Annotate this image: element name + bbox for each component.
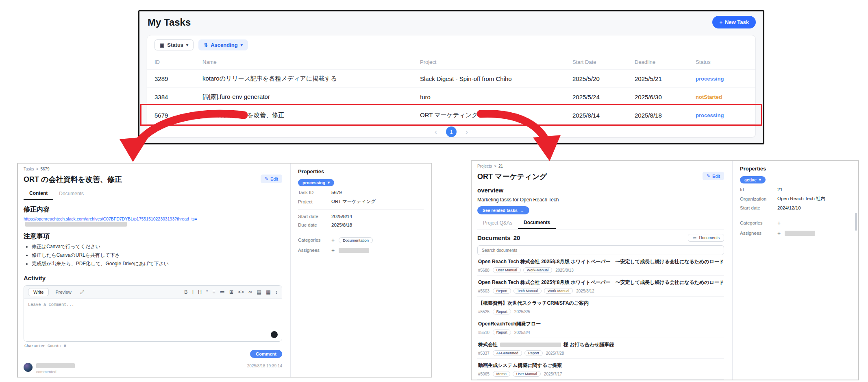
document-row[interactable]: 【概要資料】次世代スクラッチCRM/SFAのご案内 #5525 Report 2…: [477, 297, 724, 317]
sort-order-button[interactable]: ⇅ Ascending ▾: [198, 39, 248, 50]
document-tags: Report: [493, 309, 511, 314]
image-icon[interactable]: ▤: [257, 290, 261, 295]
add-category-button[interactable]: +: [777, 220, 785, 226]
scrollbar-thumb[interactable]: [855, 213, 857, 231]
code-icon[interactable]: <>: [238, 290, 244, 295]
document-title: Open Reach Tech 株式会社 2025年8月版 ホワイトペーパー 〜…: [478, 258, 723, 265]
pagination: ‹ 1 ›: [147, 124, 755, 137]
document-id: #5603: [478, 289, 489, 293]
formatting-toolbar: B I H “ ≡ ≔ ⊞: [184, 290, 278, 295]
link-icon[interactable]: ∞: [248, 290, 252, 295]
tab-documents[interactable]: Documents: [518, 218, 556, 229]
tasklist-icon[interactable]: ⊞: [229, 290, 233, 295]
editor-assistant-icon[interactable]: [271, 331, 278, 338]
add-category-button[interactable]: +: [331, 237, 339, 243]
task-project-cell: ORT マーケティング: [420, 111, 572, 119]
property-value: 2024/12/10: [777, 205, 801, 210]
slack-thread-link[interactable]: https://openreachtech.slack.com/archives…: [24, 216, 282, 227]
comment-textarea[interactable]: Leave a comment...: [24, 299, 282, 341]
document-meta: #5065 MemoUser Manual 2025/7/17: [478, 371, 723, 377]
document-date: 2025/8/4: [514, 330, 530, 335]
new-task-button[interactable]: + New Task: [712, 16, 756, 28]
task-row[interactable]: 3384 [副露].furo-env generator furo 2025/5…: [147, 88, 755, 106]
document-tag-pill: Work-Manual: [523, 267, 552, 273]
overview-text: Marketing tasks for Open Reach Tech: [477, 197, 724, 203]
table-icon[interactable]: ▦: [266, 290, 271, 295]
document-date: 2025/8/12: [576, 289, 594, 293]
document-tag-pill: User Manual: [513, 371, 541, 377]
document-row[interactable]: Open Reach Tech 株式会社 2025年8月版 ホワイトペーパー 〜…: [477, 276, 724, 297]
documents-heading: Documents: [477, 234, 511, 241]
slack-link-text: https://openreachtech.slack.com/archives…: [24, 216, 197, 221]
document-row[interactable]: OpenReachTech開発フロー #5510 Report 2025/8/4: [477, 317, 724, 338]
ordered-list-icon[interactable]: ≔: [220, 290, 225, 295]
italic-icon[interactable]: I: [192, 290, 194, 295]
attachment-icon[interactable]: ↕: [275, 290, 278, 295]
note-item: 完成版が出来たら、PDF化して、Google Driveにあげて下さい: [32, 260, 282, 267]
redacted-text: [500, 343, 561, 347]
redacted-username: [36, 363, 75, 368]
task-status-cell: processing: [696, 76, 755, 82]
search-documents-input[interactable]: [477, 245, 724, 255]
tab-preview[interactable]: Preview: [51, 288, 75, 296]
document-row[interactable]: Open Reach Tech 株式会社 2025年8月版 ホワイトペーパー 〜…: [477, 255, 724, 276]
column-header-name: Name: [202, 59, 420, 65]
breadcrumb-root[interactable]: Tasks: [24, 167, 34, 171]
task-name-cell: kotaroのリリース記事を各種メディアに掲載する: [202, 75, 420, 83]
document-row[interactable]: 動画生成システム構築に関するご提案 #5065 MemoUser Manual …: [477, 359, 724, 380]
tab-content[interactable]: Content: [24, 188, 53, 200]
redacted-assignee: [339, 248, 369, 253]
tasks-table-body: 3289 kotaroのリリース記事を各種メディアに掲載する Slack Dig…: [147, 70, 755, 124]
next-page-button[interactable]: ›: [463, 127, 470, 137]
quote-icon[interactable]: “: [206, 290, 208, 295]
status-dropdown[interactable]: processing ▾: [298, 179, 334, 186]
property-row-assignees: Assignees +: [740, 230, 851, 236]
project-status-dropdown[interactable]: active ▾: [740, 176, 766, 183]
notes-list: 修正はCanvaで行ってください 修正したらCanvaのURLを共有して下さ 完…: [24, 243, 282, 267]
edit-task-button[interactable]: ✎ Edit: [261, 175, 282, 183]
edit-project-button[interactable]: ✎ Edit: [703, 172, 724, 180]
documents-count: 20: [513, 234, 520, 241]
add-assignee-button[interactable]: +: [331, 247, 339, 253]
task-row[interactable]: 5679 ORT の会社資料を改善、修正 ORT マーケティング 2025/8/…: [147, 106, 755, 124]
documents-list: Open Reach Tech 株式会社 2025年8月版 ホワイトペーパー 〜…: [477, 255, 724, 380]
task-project-cell: furo: [420, 94, 572, 100]
bold-icon[interactable]: B: [184, 290, 187, 295]
document-meta: #5603 ReportTech ManualWork-Manual 2025/…: [478, 288, 723, 294]
document-tags: MemoUser Manual: [493, 371, 541, 377]
task-start-date-cell: 2025/5/20: [572, 75, 635, 82]
properties-heading: Properties: [298, 168, 424, 175]
document-tags: Report: [493, 330, 511, 335]
task-row[interactable]: 3289 kotaroのリリース記事を各種メディアに掲載する Slack Dig…: [147, 70, 755, 88]
documents-filter-button[interactable]: ≔ Documents: [688, 234, 724, 242]
document-row[interactable]: 株式会社様 お打ち合わせ議事録 #5337 AI-GeneratedReport…: [477, 338, 724, 359]
tab-write[interactable]: Write: [28, 288, 49, 296]
comment-submit-button[interactable]: Comment: [250, 350, 282, 358]
property-value: 2025/8/18: [331, 223, 352, 227]
table-header-row: ID Name Project Start Date Deadline Stat…: [147, 55, 755, 70]
tab-documents[interactable]: Documents: [53, 188, 89, 200]
tab-project-qas[interactable]: Project Q&As: [477, 218, 518, 229]
task-id-cell: 3289: [154, 75, 202, 82]
comment-timestamp: 2025/8/18 19:39:14: [247, 363, 282, 368]
status-filter-icon: ▣: [160, 43, 164, 48]
see-related-tasks-button[interactable]: See related tasks →: [477, 206, 529, 214]
expand-editor-icon[interactable]: ⤢: [78, 289, 87, 295]
column-header-status: Status: [696, 59, 755, 65]
document-title: Open Reach Tech 株式会社 2025年8月版 ホワイトペーパー 〜…: [478, 279, 723, 286]
current-page-button[interactable]: 1: [446, 127, 457, 137]
breadcrumb: Projects > 21: [477, 164, 724, 168]
note-item: 修正はCanvaで行ってください: [32, 243, 282, 250]
document-title-text: Open Reach Tech 株式会社 2025年8月版 ホワイトペーパー 〜…: [478, 259, 723, 264]
status-filter-button[interactable]: ▣ Status ▾: [154, 39, 194, 50]
add-assignee-button[interactable]: +: [777, 230, 785, 236]
previous-page-button[interactable]: ‹: [432, 127, 439, 137]
property-label: Id: [740, 187, 777, 192]
breadcrumb-separator: >: [36, 167, 39, 171]
category-pill: Documentation: [339, 237, 373, 243]
unordered-list-icon[interactable]: ≡: [212, 290, 215, 295]
breadcrumb-root[interactable]: Projects: [477, 164, 492, 168]
document-tags: User ManualWork-Manual: [493, 267, 552, 273]
document-title: OpenReachTech開発フロー: [478, 321, 723, 327]
heading-icon[interactable]: H: [198, 290, 202, 295]
